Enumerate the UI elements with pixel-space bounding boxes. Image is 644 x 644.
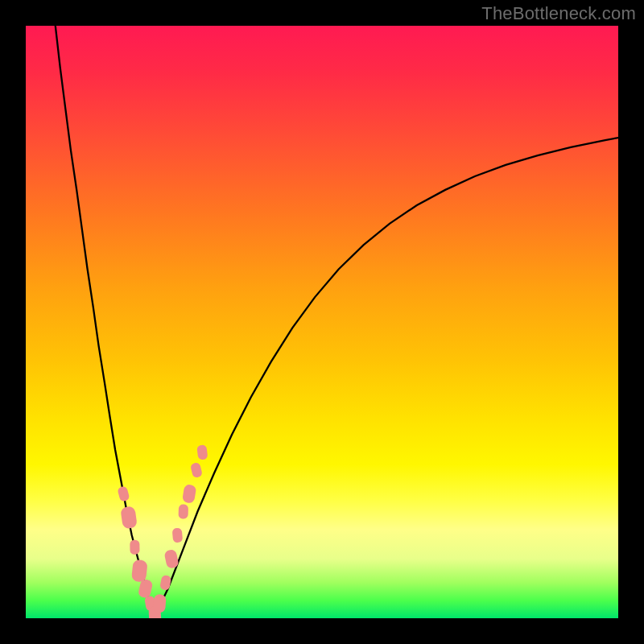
- plot-area: [26, 26, 618, 618]
- watermark-text: TheBottleneck.com: [481, 3, 636, 24]
- marker-point: [117, 485, 130, 502]
- marker-point: [190, 462, 203, 478]
- curve-left-branch: [56, 26, 155, 617]
- marker-point: [153, 594, 167, 613]
- marker-point: [178, 504, 188, 518]
- marker-point: [159, 575, 171, 591]
- curve-right-branch: [155, 138, 618, 617]
- marker-point: [182, 484, 196, 504]
- chart-frame: TheBottleneck.com: [0, 0, 644, 644]
- marker-point: [196, 444, 208, 460]
- marker-point: [131, 559, 148, 583]
- marker-point: [120, 506, 138, 529]
- curve-layer: [26, 26, 618, 618]
- marker-point: [130, 540, 139, 555]
- marker-point: [172, 527, 184, 543]
